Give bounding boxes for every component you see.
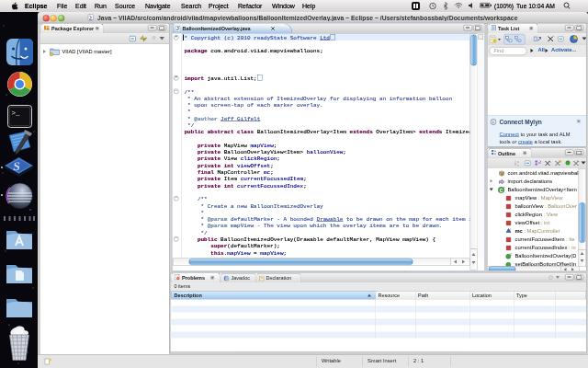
svg-text:J: J (176, 26, 179, 31)
svg-text:z: z (517, 164, 519, 167)
svg-text:>_: >_ (12, 109, 21, 117)
svg-text:f: f (510, 227, 512, 232)
svg-text:@: @ (225, 276, 230, 281)
svg-text:C: C (500, 188, 503, 193)
svg-text:i: i (492, 120, 494, 124)
